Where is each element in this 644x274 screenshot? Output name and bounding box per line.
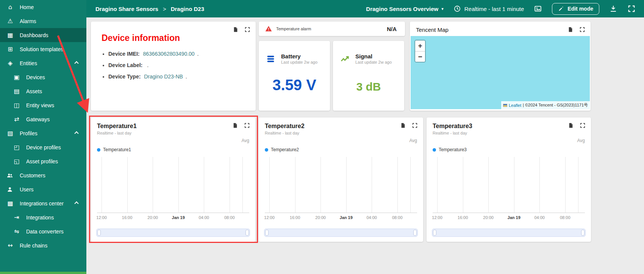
aggregation-label[interactable]: Avg [577,138,585,143]
sidebar-item-users[interactable]: Users [0,182,86,196]
gridline [230,157,230,213]
gridline [514,157,514,213]
chevron-up-icon[interactable] [74,131,78,135]
map-zoom-in-button[interactable]: + [415,41,425,51]
sidebar-item-alarms[interactable]: ⚠ Alarms [0,14,86,28]
widget-fullscreen-icon[interactable] [244,27,250,33]
aggregation-label[interactable]: Avg [410,138,417,143]
sidebar-scroll-indicator [0,272,86,274]
sidebar-item-label: Dashboards [20,32,48,38]
chart-legend[interactable]: Temperature3 [433,147,467,152]
widget-fullscreen-icon[interactable] [579,27,585,33]
widget-temperature-alarm: Temperature alarm N/A [259,22,405,36]
widget-signal: Signal Last update 2w ago 3 dB [333,41,404,111]
gridline [178,157,179,213]
edit-mode-label: Edit mode [567,6,593,12]
sidebar: ⌂ Home ⚠ Alarms ▦ Dashboards ⊞ Solution … [0,0,86,274]
chevron-up-icon[interactable] [74,61,78,65]
dashboard-state-select[interactable]: Dragino Sensors Overview ▾ [366,6,443,12]
export-widget-icon[interactable] [232,122,238,128]
brush-handle-left[interactable] [97,230,101,236]
warning-triangle-icon [265,25,272,33]
sidebar-item-data-converters[interactable]: ⇋ Data converters [0,224,86,238]
battery-icon [266,54,276,64]
gridline [488,157,489,213]
export-widget-icon[interactable] [233,27,239,33]
gridline [346,157,347,213]
gridline [204,157,204,213]
sidebar-item-integrations-center[interactable]: ▩ Integrations center [0,196,86,210]
map-canvas[interactable]: + − Leaflet | ©2024 Tencent - GS(2023)11… [411,36,590,109]
x-tick: 04:00 [366,215,377,220]
legend-dot-icon [433,148,436,152]
integrations-icon: ⇥ [13,214,20,221]
breadcrumb: Dragino Share Sensors > Dragino D23 [95,6,204,12]
sidebar-item-rule-chains[interactable]: ↔ Rule chains [0,238,86,252]
timewindow-button[interactable]: Realtime - last 1 minute [453,5,524,13]
ukraine-flag-icon [503,104,507,107]
row-suffix: . [197,51,199,57]
widget-fullscreen-icon[interactable] [580,122,586,128]
x-tick: 08:00 [224,215,235,220]
gridline [565,157,566,213]
chart-plot-area: 12:00 16:00 20:00 Jan 19 04:00 08:00 [97,157,249,213]
sidebar-item-device-profiles[interactable]: ◰ Device profiles [0,140,86,154]
gridline [463,157,463,213]
widget-fullscreen-icon[interactable] [244,122,250,128]
x-tick: Jan 19 [340,215,353,220]
widget-temperature2: Temperature2 Realtime - last day Avg Tem… [259,117,423,242]
fullscreen-icon[interactable] [627,5,636,13]
screenshot-icon[interactable] [534,5,542,13]
sidebar-item-dashboards[interactable]: ▦ Dashboards [0,28,86,42]
alarm-value: N/A [387,26,397,32]
brush-handle-right[interactable] [413,230,417,236]
chevron-up-icon[interactable] [74,201,78,205]
chart-legend[interactable]: Temperature2 [265,147,299,152]
time-brush[interactable] [264,229,418,237]
device-label-row: Device Label: . [108,62,256,68]
device-imei-label: Device IMEI: [108,51,139,57]
sidebar-item-customers[interactable]: Customers [0,168,86,182]
edit-mode-button[interactable]: Edit mode [552,3,599,15]
widget-timewindow: Realtime - last day [97,131,255,135]
brush-handle-left[interactable] [265,230,269,236]
chevron-down-icon: ▾ [441,6,444,11]
sidebar-item-integrations[interactable]: ⇥ Integrations [0,210,86,224]
sidebar-item-home[interactable]: ⌂ Home [0,0,86,14]
sidebar-item-solution-templates[interactable]: ⊞ Solution templates [0,42,86,56]
sidebar-item-entities[interactable]: ◈ Entities [0,56,86,70]
breadcrumb-dashboards-group[interactable]: Dragino Share Sensors [95,6,158,12]
map-zoom-out-button[interactable]: − [415,51,425,62]
widget-title: Temperature3 [433,123,591,130]
sidebar-item-label: Profiles [20,130,38,136]
widget-fullscreen-icon[interactable] [412,122,418,128]
signal-value: 3 dB [333,80,404,93]
battery-value: 3.59 V [259,77,330,94]
entity-views-icon: ◫ [13,102,20,109]
sidebar-item-profiles[interactable]: ▧ Profiles [0,126,86,140]
brush-handle-right[interactable] [581,230,585,236]
export-widget-icon[interactable] [400,122,406,128]
sidebar-item-asset-profiles[interactable]: ◱ Asset profiles [0,154,86,168]
sidebar-item-devices[interactable]: ▣ Devices [0,70,86,84]
brush-handle-right[interactable] [245,230,249,236]
device-type-label: Device Type: [108,74,141,80]
export-widget-icon[interactable] [567,27,574,33]
x-tick: 08:00 [560,215,571,220]
sidebar-item-assets[interactable]: ▤ Assets [0,84,86,98]
sidebar-item-entity-views[interactable]: ◫ Entity views [0,98,86,112]
widget-battery: Battery Last update 2w ago 3.59 V [259,41,330,111]
rule-chains-icon: ↔ [6,242,14,249]
time-brush[interactable] [432,229,586,237]
pencil-icon [558,6,564,12]
aggregation-label[interactable]: Avg [242,138,249,143]
leaflet-attribution-link[interactable]: Leaflet [509,103,521,108]
chart-legend[interactable]: Temperature1 [97,147,131,152]
widget-title: Temperature2 [265,123,423,130]
brush-handle-left[interactable] [433,230,436,236]
sidebar-item-gateways[interactable]: ⇄ Gateways [0,112,86,126]
download-icon[interactable] [609,5,617,13]
device-type-value: Dragino D23-NB [144,74,183,80]
time-brush[interactable] [96,229,250,237]
export-widget-icon[interactable] [568,122,574,128]
